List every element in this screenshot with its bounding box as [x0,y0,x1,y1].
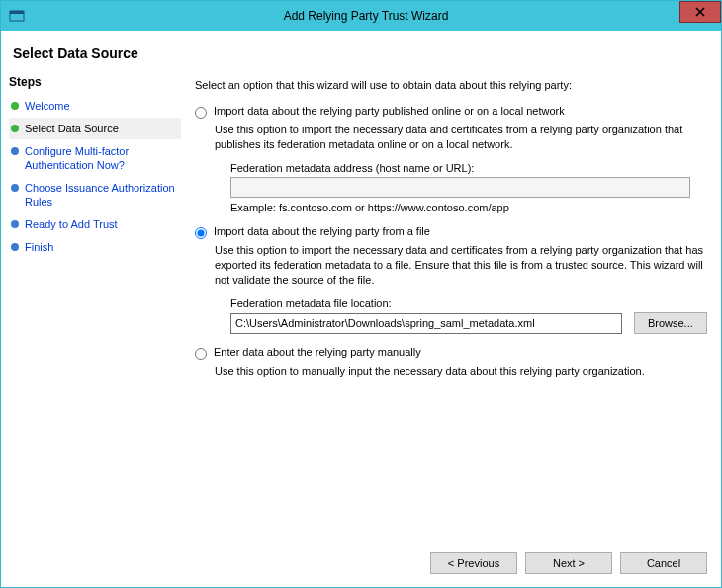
step-label: Choose Issuance Authorization Rules [25,181,175,209]
option-file[interactable]: Import data about the relying party from… [195,225,707,239]
step-5[interactable]: Finish [9,236,181,258]
online-field-block: Federation metadata address (host name o… [230,162,707,213]
cancel-button[interactable]: Cancel [620,552,707,574]
online-example-text: Example: fs.contoso.com or https://www.c… [230,202,707,213]
option-file-label: Import data about the relying party from… [214,225,430,237]
header: Select Data Source [1,31,721,71]
step-bullet-icon [11,184,19,192]
option-online-label: Import data about the relying party publ… [214,105,565,117]
step-label: Select Data Source [25,122,119,135]
content-area: Steps WelcomeSelect Data SourceConfigure… [1,71,721,540]
option-manual-label: Enter data about the relying party manua… [214,346,421,358]
option-online[interactable]: Import data about the relying party publ… [195,105,707,119]
titlebar: Add Relying Party Trust Wizard [1,1,721,31]
step-bullet-icon [11,102,19,110]
step-1[interactable]: Select Data Source [9,118,181,139]
previous-button[interactable]: < Previous [430,552,517,574]
step-label: Welcome [25,99,70,113]
step-4[interactable]: Ready to Add Trust [9,213,181,235]
option-manual[interactable]: Enter data about the relying party manua… [195,346,707,360]
file-path-input[interactable] [230,313,622,334]
step-3[interactable]: Choose Issuance Authorization Rules [9,177,181,212]
next-button[interactable]: Next > [525,552,612,574]
option-online-desc: Use this option to import the necessary … [215,123,707,152]
page-title: Select Data Source [13,45,709,61]
option-manual-desc: Use this option to manually input the ne… [215,364,707,378]
radio-manual[interactable] [195,348,207,360]
radio-online[interactable] [195,107,207,119]
online-field-label: Federation metadata address (host name o… [230,162,707,174]
step-2[interactable]: Configure Multi-factor Authentication No… [9,140,181,176]
footer: < Previous Next > Cancel [1,540,721,587]
main-panel: Select an option that this wizard will u… [181,71,721,540]
intro-text: Select an option that this wizard will u… [195,79,707,91]
wizard-window: Add Relying Party Trust Wizard Select Da… [0,0,722,588]
step-bullet-icon [11,147,19,155]
option-file-desc: Use this option to import the necessary … [215,243,707,288]
close-icon [695,3,705,21]
step-0[interactable]: Welcome [9,95,181,117]
step-bullet-icon [11,125,19,132]
steps-title: Steps [9,75,181,89]
step-label: Configure Multi-factor Authentication No… [25,144,175,172]
file-field-label: Federation metadata file location: [230,297,707,309]
step-label: Ready to Add Trust [25,217,118,231]
steps-sidebar: Steps WelcomeSelect Data SourceConfigure… [1,71,181,540]
window-title: Add Relying Party Trust Wizard [11,9,721,23]
step-bullet-icon [11,243,19,251]
file-field-block: Federation metadata file location: Brows… [230,297,707,334]
online-url-input [230,177,690,198]
step-bullet-icon [11,220,19,228]
browse-button[interactable]: Browse... [634,312,707,334]
radio-file[interactable] [195,227,207,239]
step-label: Finish [25,240,53,254]
close-button[interactable] [679,1,721,23]
